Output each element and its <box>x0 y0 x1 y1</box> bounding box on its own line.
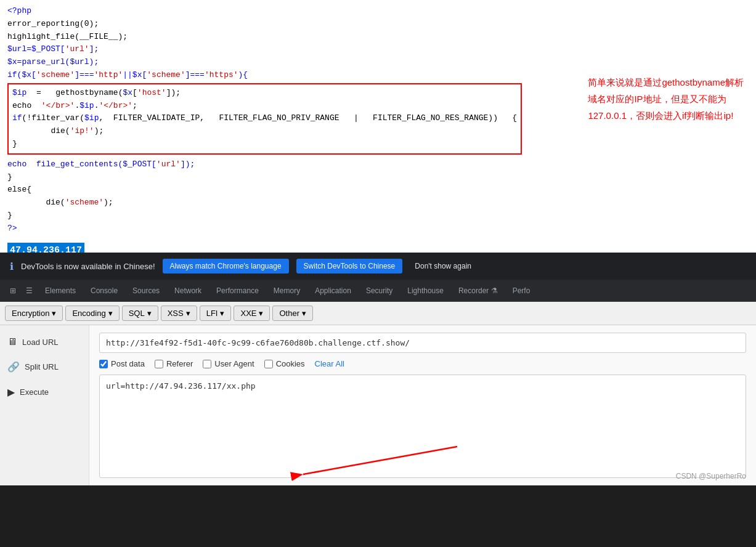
main-panel: 🖥 Load URL 🔗 Split URL ▶ Execute Post da… <box>0 325 756 485</box>
encoding-label: Encoding <box>72 309 105 318</box>
sql-dropdown[interactable]: SQL ▾ <box>122 306 158 321</box>
devtools-info-text: DevTools is now available in Chinese! <box>21 262 155 271</box>
annotation-box: 简单来说就是通过gethostbyname解析 域名对应的IP地址，但是又不能为… <box>588 74 744 124</box>
cookies-checkbox[interactable] <box>264 360 273 368</box>
info-icon: ℹ <box>10 261 14 272</box>
switch-to-chinese-button[interactable]: Switch DevTools to Chinese <box>296 259 403 274</box>
xss-label: XSS <box>168 309 184 318</box>
referer-checkbox-label[interactable]: Referer <box>155 359 193 368</box>
referer-label: Referer <box>166 359 193 368</box>
device-toolbar-icon[interactable]: ⊞ <box>5 282 21 300</box>
split-url-icon: 🔗 <box>7 361 20 373</box>
tab-recorder[interactable]: Recorder ⚗ <box>451 282 505 300</box>
encoding-dropdown[interactable]: Encoding ▾ <box>65 306 119 321</box>
xxe-chevron-icon: ▾ <box>259 309 263 318</box>
cookies-checkbox-label[interactable]: Cookies <box>264 359 305 368</box>
tab-application[interactable]: Application <box>307 282 359 300</box>
code-line: if($x['scheme']==='http'||$x['scheme']==… <box>7 70 248 79</box>
other-label: Other <box>279 309 299 318</box>
tab-console[interactable]: Console <box>83 282 125 300</box>
left-sidebar: 🖥 Load URL 🔗 Split URL ▶ Execute <box>0 325 89 485</box>
code-line: <?php <box>7 6 31 15</box>
tab-security[interactable]: Security <box>359 282 400 300</box>
code-panel: <?php error_reporting(0); highlight_file… <box>0 0 756 253</box>
highlighted-code: $ip = gethostbyname($x['host']); echo '<… <box>7 83 522 155</box>
svg-line-3 <box>303 447 457 474</box>
user-agent-label: User Agent <box>214 359 254 368</box>
cookies-label: Cookies <box>276 359 305 368</box>
xxe-dropdown[interactable]: XXE ▾ <box>234 306 270 321</box>
red-arrow-2 <box>285 434 469 484</box>
split-url-label: Split URL <box>25 362 59 371</box>
execute-button[interactable]: ▶ Execute <box>0 380 89 404</box>
ip-selected: 47.94.236.117 <box>7 243 84 253</box>
encryption-label: Encryption <box>12 309 49 318</box>
other-dropdown[interactable]: Other ▾ <box>272 306 313 321</box>
referer-checkbox[interactable] <box>155 360 163 368</box>
code-line: $url=$_POST['url']; <box>7 44 99 54</box>
encoding-chevron-icon: ▾ <box>108 309 113 318</box>
lfi-label: LFI <box>206 309 218 318</box>
code-line: $x=parse_url($url); <box>7 57 99 67</box>
watermark: CSDN @SuperherRo <box>676 472 746 480</box>
code-line: echo file_get_contents($_POST['url']); <box>7 160 195 169</box>
options-row: Post data Referer User Agent Cookies Cle… <box>99 359 746 368</box>
user-agent-checkbox[interactable] <box>203 360 211 368</box>
code-line: highlight_file(__FILE__); <box>7 32 128 41</box>
tab-memory[interactable]: Memory <box>266 282 307 300</box>
user-agent-checkbox-label[interactable]: User Agent <box>203 359 254 368</box>
tab-bar: ⊞ ☰ Elements Console Sources Network Per… <box>0 280 756 302</box>
tab-sources[interactable]: Sources <box>125 282 167 300</box>
dont-show-again-button[interactable]: Don't show again <box>410 259 476 274</box>
other-chevron-icon: ▾ <box>302 309 306 318</box>
post-data-label: Post data <box>111 359 145 368</box>
tab-performance[interactable]: Performance <box>209 282 266 300</box>
toolbar: Encryption ▾ Encoding ▾ SQL ▾ XSS ▾ LFI … <box>0 302 756 325</box>
annotation-text: 简单来说就是通过gethostbyname解析 域名对应的IP地址，但是又不能为… <box>588 77 744 121</box>
load-url-icon: 🖥 <box>7 336 17 347</box>
post-data-text: url=http://47.94.236.117/xx.php <box>106 381 256 391</box>
sql-chevron-icon: ▾ <box>147 309 152 318</box>
clear-all-button[interactable]: Clear All <box>315 359 344 368</box>
content-area: Post data Referer User Agent Cookies Cle… <box>89 325 756 485</box>
url-input[interactable] <box>99 333 746 353</box>
post-data-checkbox-label[interactable]: Post data <box>99 359 145 368</box>
execute-label: Execute <box>20 387 49 397</box>
devtools-bar: ℹ DevTools is now available in Chinese! … <box>0 253 756 280</box>
sql-label: SQL <box>129 309 145 318</box>
xxe-label: XXE <box>240 309 256 318</box>
load-url-button[interactable]: 🖥 Load URL <box>0 330 89 354</box>
lfi-dropdown[interactable]: LFI ▾ <box>200 306 232 321</box>
xss-dropdown[interactable]: XSS ▾ <box>161 306 197 321</box>
post-data-area[interactable]: url=http://47.94.236.117/xx.php <box>99 375 746 478</box>
split-url-button[interactable]: 🔗 Split URL <box>0 355 89 379</box>
tab-perfo[interactable]: Perfo <box>505 282 538 300</box>
load-url-label: Load URL <box>22 338 59 347</box>
tab-network[interactable]: Network <box>167 282 209 300</box>
encryption-dropdown[interactable]: Encryption ▾ <box>5 306 63 321</box>
encryption-chevron-icon: ▾ <box>52 309 56 318</box>
lfi-chevron-icon: ▾ <box>220 309 224 318</box>
inspect-icon[interactable]: ☰ <box>21 282 38 300</box>
xss-chevron-icon: ▾ <box>186 309 190 318</box>
always-match-language-button[interactable]: Always match Chrome's language <box>163 259 289 274</box>
execute-icon: ▶ <box>7 386 15 398</box>
code-line: error_reporting(0); <box>7 19 99 28</box>
post-data-checkbox[interactable] <box>99 360 108 368</box>
tab-lighthouse[interactable]: Lighthouse <box>400 282 451 300</box>
tab-elements[interactable]: Elements <box>38 282 83 300</box>
